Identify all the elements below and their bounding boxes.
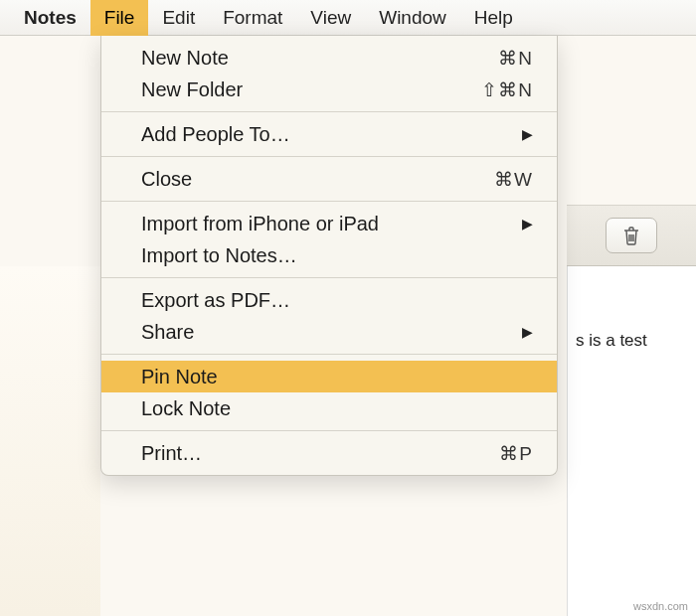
menu-file[interactable]: File — [90, 0, 149, 36]
menu-label: Import from iPhone or iPad — [141, 213, 522, 235]
menu-separator — [101, 156, 557, 157]
menu-label: Add People To… — [141, 123, 522, 146]
submenu-arrow-icon: ▶ — [522, 126, 533, 142]
menu-item-lock-note[interactable]: Lock Note — [101, 392, 557, 424]
menu-item-import-notes[interactable]: Import to Notes… — [101, 239, 557, 271]
menu-item-new-note[interactable]: New Note ⌘N — [101, 42, 557, 74]
note-text-fragment: s is a test — [576, 331, 647, 351]
menu-label: Share — [141, 321, 522, 344]
trash-icon — [621, 225, 641, 246]
menu-shortcut: ⌘W — [494, 168, 533, 191]
menu-separator — [101, 111, 557, 112]
watermark: wsxdn.com — [633, 600, 688, 612]
menu-separator — [101, 430, 557, 431]
menu-edit[interactable]: Edit — [148, 0, 209, 36]
menu-help[interactable]: Help — [460, 0, 527, 36]
menu-label: Export as PDF… — [141, 289, 533, 312]
menu-label: Close — [141, 168, 494, 191]
file-dropdown: New Note ⌘N New Folder ⇧⌘N Add People To… — [100, 36, 558, 476]
toolbar — [567, 205, 696, 266]
menu-item-add-people[interactable]: Add People To… ▶ — [101, 118, 557, 150]
menu-separator — [101, 354, 557, 355]
menu-label: Lock Note — [141, 397, 533, 420]
menu-shortcut: ⌘N — [498, 47, 533, 70]
sidebar-peek — [0, 266, 100, 616]
menu-label: Print… — [141, 442, 499, 465]
menu-separator — [101, 201, 557, 202]
submenu-arrow-icon: ▶ — [522, 216, 533, 231]
menu-separator — [101, 277, 557, 278]
menu-label: New Note — [141, 47, 498, 70]
note-content[interactable]: s is a test — [567, 266, 696, 616]
menu-format[interactable]: Format — [209, 0, 296, 36]
menu-item-export-pdf[interactable]: Export as PDF… — [101, 284, 557, 316]
submenu-arrow-icon: ▶ — [522, 324, 533, 340]
menu-item-print[interactable]: Print… ⌘P — [101, 437, 557, 469]
menu-label: Import to Notes… — [141, 244, 533, 267]
menu-item-import-device[interactable]: Import from iPhone or iPad ▶ — [101, 208, 557, 239]
menubar: Notes File Edit Format View Window Help — [0, 0, 696, 36]
menu-shortcut: ⌘P — [499, 442, 533, 465]
trash-button[interactable] — [606, 218, 657, 253]
menu-label: New Folder — [141, 78, 481, 101]
menu-view[interactable]: View — [296, 0, 365, 36]
app-name[interactable]: Notes — [10, 0, 90, 36]
menu-window[interactable]: Window — [365, 0, 460, 36]
menu-item-new-folder[interactable]: New Folder ⇧⌘N — [101, 74, 557, 105]
menu-item-pin-note[interactable]: Pin Note — [101, 361, 557, 392]
menu-shortcut: ⇧⌘N — [481, 78, 533, 101]
menu-label: Pin Note — [141, 366, 533, 388]
menu-item-share[interactable]: Share ▶ — [101, 316, 557, 348]
menu-item-close[interactable]: Close ⌘W — [101, 163, 557, 195]
